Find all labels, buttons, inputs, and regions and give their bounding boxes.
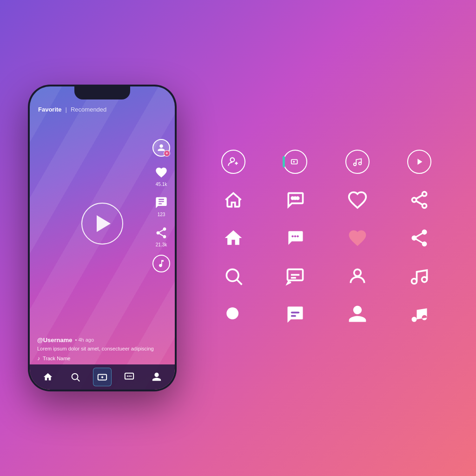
svg-point-2	[163, 202, 164, 204]
user-outline-icon[interactable]	[343, 261, 372, 291]
user-filled-icon[interactable]	[343, 299, 372, 329]
nav-home[interactable]	[39, 368, 57, 386]
svg-point-30	[292, 235, 294, 237]
svg-line-28	[416, 195, 423, 199]
play-circle-icon[interactable]	[404, 147, 434, 177]
music-circle-icon[interactable]	[343, 147, 372, 177]
svg-line-42	[237, 318, 242, 323]
comments-count: 123	[158, 212, 165, 217]
svg-point-39	[412, 279, 417, 284]
svg-point-1	[161, 202, 162, 204]
chat-bubble-outline-icon[interactable]	[280, 185, 310, 215]
svg-point-25	[423, 192, 427, 196]
play-button-large[interactable]	[81, 203, 123, 245]
time-ago-label: • 4h ago	[75, 337, 94, 343]
svg-point-20	[359, 162, 362, 165]
likes-count: 45.1k	[156, 182, 167, 187]
follow-action[interactable]: +	[152, 139, 170, 157]
nav-add[interactable]	[93, 368, 112, 386]
svg-point-26	[412, 198, 416, 202]
phone-frame: Favorite | Recomended +	[28, 85, 177, 391]
svg-rect-44	[291, 315, 296, 317]
svg-point-40	[422, 277, 427, 282]
svg-rect-43	[291, 312, 299, 314]
heart-filled-pink-icon[interactable]	[343, 223, 372, 253]
comment-filled-icon[interactable]	[280, 299, 310, 329]
header-divider: |	[66, 106, 67, 113]
heart-icon	[153, 164, 170, 181]
svg-point-24	[297, 197, 299, 199]
add-user-circle-icon[interactable]	[218, 147, 248, 177]
share-outline-icon[interactable]	[404, 185, 434, 215]
home-outline-icon[interactable]	[218, 185, 248, 215]
home-filled-icon[interactable]	[218, 223, 248, 253]
nav-chat[interactable]	[120, 368, 139, 386]
track-name-label: Track Name	[43, 356, 71, 361]
music-note-icon: ♪	[37, 355, 40, 362]
comment-outline-icon[interactable]	[280, 261, 310, 291]
shares-count: 21.3k	[156, 242, 167, 247]
icon-grid	[186, 138, 448, 338]
chat-filled-icon[interactable]	[280, 223, 310, 253]
share-action[interactable]: 21.3k	[153, 225, 170, 247]
music-action[interactable]	[152, 255, 170, 272]
username-row: @Username • 4h ago	[37, 337, 167, 344]
add-video-circle-icon[interactable]	[280, 147, 310, 177]
svg-point-31	[294, 235, 296, 237]
svg-point-3	[72, 374, 78, 380]
search-filled-icon[interactable]	[218, 299, 248, 329]
bottom-info: @Username • 4h ago Lorem ipsum dolor sit…	[30, 332, 175, 364]
svg-point-38	[354, 269, 361, 276]
follow-plus-icon: +	[164, 150, 170, 157]
music-disc-icon	[152, 255, 170, 272]
svg-point-27	[423, 204, 427, 208]
notch	[74, 86, 130, 99]
side-actions: + 45.1k 1	[152, 139, 170, 272]
svg-marker-21	[418, 159, 423, 165]
phone-content: Favorite | Recomended +	[30, 86, 175, 390]
phone-screen: Favorite | Recomended +	[30, 86, 175, 390]
svg-line-4	[77, 379, 79, 381]
phone-mockup: Favorite | Recomended +	[28, 85, 186, 391]
recommended-label[interactable]: Recomended	[71, 106, 106, 113]
comment-icon	[153, 194, 170, 211]
username-label[interactable]: @Username	[37, 337, 73, 344]
heart-outline-icon[interactable]	[343, 185, 372, 215]
bottom-nav	[30, 364, 175, 390]
comment-action[interactable]: 123	[153, 194, 170, 217]
favorite-label[interactable]: Favorite	[38, 106, 62, 113]
play-triangle-icon	[97, 215, 111, 232]
svg-point-0	[159, 202, 160, 204]
phone-header: Favorite | Recomended	[30, 102, 175, 116]
svg-line-29	[416, 201, 423, 205]
svg-line-34	[237, 280, 242, 284]
track-row[interactable]: ♪ Track Name	[37, 355, 167, 362]
svg-point-19	[354, 163, 357, 166]
music-note-outline-icon[interactable]	[404, 261, 434, 291]
share-filled-icon[interactable]	[404, 223, 434, 253]
video-area[interactable]: + 45.1k 1	[30, 116, 175, 332]
svg-point-41	[226, 307, 238, 319]
nav-search[interactable]	[66, 368, 85, 386]
share-icon	[153, 225, 170, 241]
like-action[interactable]: 45.1k	[153, 164, 170, 187]
avatar-icon: +	[152, 139, 170, 157]
search-outline-icon[interactable]	[218, 261, 248, 291]
description-text: Lorem ipsum dolor sit amet, consectueer …	[37, 345, 167, 352]
nav-profile[interactable]	[147, 368, 166, 386]
svg-point-32	[297, 235, 299, 237]
svg-point-12	[230, 158, 234, 162]
music-note-filled-icon[interactable]	[404, 299, 434, 329]
svg-point-33	[226, 269, 238, 281]
